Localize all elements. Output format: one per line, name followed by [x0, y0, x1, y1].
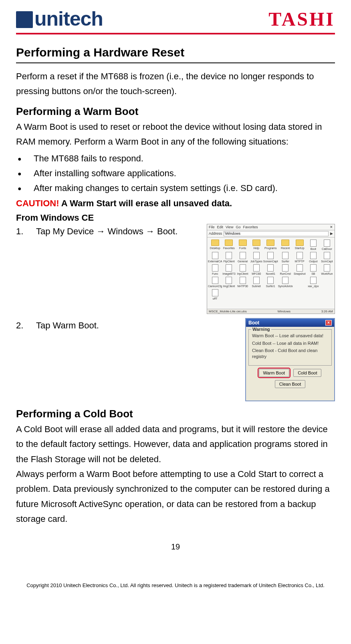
file-icon[interactable]: Func [208, 264, 222, 276]
warning-line: Clean Boot - Cold Boot and clean registr… [252, 348, 328, 360]
menu-item[interactable]: File [209, 225, 215, 229]
file-icon[interactable]: Snapshot [293, 264, 307, 276]
file-icon[interactable]: ImageBT3 [222, 264, 236, 276]
folder-icon[interactable]: Programs [263, 239, 278, 251]
cold-boot-button[interactable]: Cold Boot [293, 369, 321, 377]
go-icon[interactable]: ▶ [330, 231, 333, 235]
file-icon[interactable]: General [236, 252, 250, 263]
file-icon[interactable]: ImgClient [222, 276, 236, 288]
file-icon[interactable]: ExternalCA [208, 252, 222, 263]
status-left: MSCE_Mobile-Lite.cer,ubs [209, 310, 247, 313]
page-header: unitech TASHI [16, 7, 335, 34]
explorer-address-bar: Address ▶ [207, 230, 335, 237]
menu-item[interactable]: View [226, 225, 233, 229]
explorer-menubar: File Edit View Go Favorites ✕ [207, 224, 335, 230]
explorer-statusbar: MSCE_Mobile-Lite.cer,ubs Windows 3:26 AM [207, 309, 335, 314]
menu-item[interactable]: Favorites [243, 225, 258, 229]
warning-line: Cold Boot -- Lose all data in RAM! [252, 340, 328, 346]
file-icon[interactable]: Output [307, 252, 320, 263]
caution-label: CAUTION! [16, 198, 59, 208]
file-icon[interactable]: uffT [208, 289, 222, 300]
step-instruction: Tap Warm Boot. [36, 318, 99, 333]
clean-boot-button[interactable]: Clean Boot [275, 380, 305, 388]
menu-item[interactable]: Go [236, 225, 240, 229]
step-1-row: 1. Tap My Device → Windows → Boot. File … [16, 224, 335, 314]
page-title: Performing a Hardware Reset [16, 46, 335, 63]
file-icon[interactable]: WorkRun [320, 264, 334, 276]
caution-line: CAUTION! A Warm Start will erase all uns… [16, 198, 335, 209]
screenshot-file-explorer: File Edit View Go Favorites ✕ Address ▶ … [207, 224, 335, 314]
status-right: 3:26 AM [321, 310, 333, 313]
explorer-icon-grid: Desktop Favorites Fonts Help Programs Re… [207, 237, 335, 302]
folder-icon[interactable]: Desktop [208, 239, 222, 251]
intro-paragraph: Perform a reset if the MT688 is frozen (… [16, 69, 335, 99]
file-icon[interactable]: InpClient [236, 264, 250, 276]
dialog-button-row: Clean Boot [250, 380, 330, 388]
folder-icon[interactable]: StartUp [293, 239, 307, 251]
menu-item[interactable]: Edit [217, 225, 224, 229]
step-2-row: 2. Tap Warm Boot. Boot × Warning Warm Bo… [16, 318, 335, 401]
screenshot-boot-dialog: Boot × Warning Warm Boot -- Lose all uns… [245, 318, 335, 401]
file-icon[interactable]: Surfer1 [263, 276, 278, 288]
logo-unitech-icon [16, 11, 33, 28]
file-icon[interactable]: JobTypes [250, 252, 263, 263]
logo-unitech-text: unitech [34, 7, 103, 30]
warm-boot-button[interactable]: Warm Boot [259, 369, 290, 377]
file-icon[interactable]: Subnet [250, 276, 263, 288]
dialog-button-row: Warm Boot Cold Boot [250, 369, 330, 377]
from-windows-ce-heading: From Windows CE [16, 213, 335, 223]
step-2-text: 2. Tap Warm Boot. [16, 318, 240, 333]
folder-icon[interactable]: Help [250, 239, 263, 251]
list-item: After making changes to certain system s… [16, 181, 335, 195]
close-icon[interactable]: ✕ [330, 225, 333, 229]
folder-icon[interactable]: Fonts [236, 239, 250, 251]
list-item: After installing software applications. [16, 166, 335, 181]
file-icon[interactable]: Surfer [278, 252, 293, 263]
file-icon[interactable]: ScreenCapt [263, 252, 278, 263]
file-icon[interactable]: MTPTP [293, 252, 307, 263]
step-instruction: Tap My Device → Windows → Boot. [36, 224, 178, 239]
file-icon[interactable]: NHTP30 [236, 276, 250, 288]
step-number: 2. [16, 318, 26, 333]
list-item: The MT688 fails to respond. [16, 151, 335, 166]
warm-boot-heading: Performing a Warm Boot [16, 105, 335, 118]
step-number: 1. [16, 224, 26, 239]
warning-line: Warm Boot -- Lose all unsaved data! [252, 333, 328, 339]
file-icon[interactable]: SyncAdvIdx [278, 276, 293, 288]
file-icon[interactable]: RunCmd [278, 264, 293, 276]
file-icon[interactable]: MFC80 [250, 264, 263, 276]
file-icon[interactable]: CalDoor [320, 239, 334, 251]
logo-unitech: unitech [16, 7, 103, 30]
dialog-title: Boot [248, 320, 259, 326]
warm-boot-desc: A Warm Boot is used to reset or reboot t… [16, 119, 335, 149]
warm-boot-bullet-list: The MT688 fails to respond. After instal… [16, 151, 335, 196]
file-icon[interactable]: xax_zipx [307, 276, 320, 288]
footer-copyright: Copyright 2010 Unitech Electronics Co., … [0, 582, 351, 588]
folder-icon[interactable]: Favorites [222, 239, 236, 251]
address-label: Address [209, 231, 222, 235]
close-icon[interactable]: × [325, 320, 332, 326]
page-number: 19 [16, 542, 335, 551]
logo-tashi: TASHI [268, 8, 335, 30]
file-icon[interactable]: FtpClient [222, 252, 236, 263]
file-icon[interactable]: Boot [307, 239, 320, 251]
file-icon[interactable]: SB [307, 264, 320, 276]
cold-boot-heading: Performing a Cold Boot [16, 408, 335, 420]
step-1-text: 1. Tap My Device → Windows → Boot. [16, 224, 202, 239]
status-center: Windows [277, 310, 290, 313]
cold-boot-p1: A Cold Boot will erase all added data an… [16, 422, 335, 467]
group-legend: Warning [251, 327, 271, 332]
caution-text: A Warm Start will erase all unsaved data… [59, 198, 232, 208]
warning-group: Warning Warm Boot -- Lose all unsaved da… [248, 329, 332, 366]
file-icon[interactable]: ScrnCapt [320, 252, 334, 263]
folder-icon[interactable]: Recent [278, 239, 293, 251]
file-icon[interactable]: Novell1 [263, 264, 278, 276]
dialog-titlebar: Boot × [246, 319, 334, 327]
file-icon[interactable]: CannonCfg [208, 276, 222, 288]
cold-boot-p2: Always perform a Warm Boot before attemp… [16, 467, 335, 527]
address-input[interactable] [224, 231, 329, 236]
